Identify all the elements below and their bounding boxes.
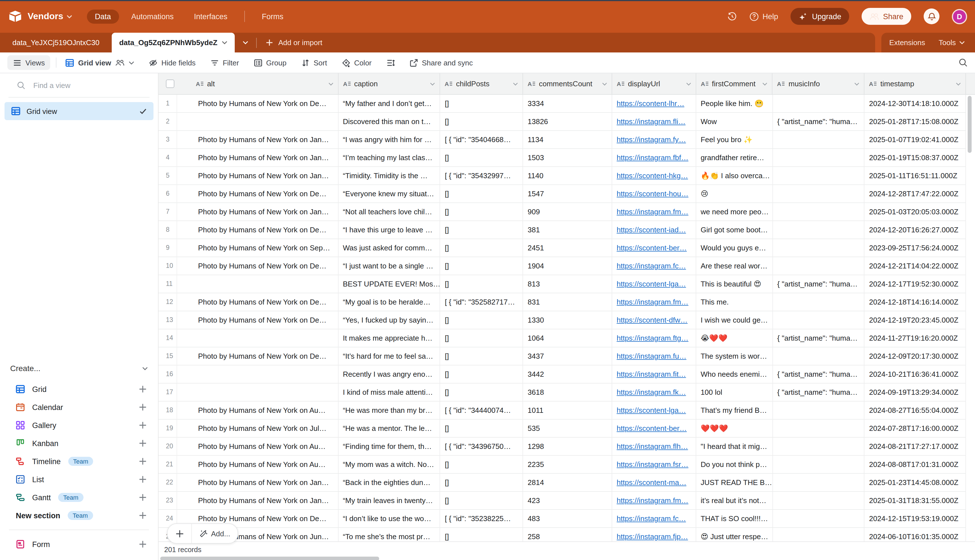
chevron-down-icon[interactable]	[328, 82, 333, 85]
cell-musicinfo[interactable]	[773, 131, 865, 149]
cell-childposts[interactable]: []	[441, 365, 523, 383]
cell-caption[interactable]: “Yes, I fucked up by sayin…	[338, 311, 440, 329]
tab-data-yejx[interactable]: data_YeJXCj519OJntxC30	[0, 33, 112, 52]
cell-alt[interactable]: Photo by Humans of New York on Au…	[177, 402, 338, 420]
cell-commentscount[interactable]: 13826	[523, 113, 612, 131]
cell-musicinfo[interactable]	[773, 257, 865, 275]
cell-commentscount[interactable]: 909	[523, 203, 612, 221]
cell-commentscount[interactable]: 3437	[523, 347, 612, 365]
cell-childposts[interactable]: []	[441, 456, 523, 474]
cell-commentscount[interactable]: 535	[523, 420, 612, 438]
row-number[interactable]: 9	[159, 239, 177, 257]
cell-displayurl[interactable]: https://instagram.fu…	[612, 347, 696, 365]
tab-data-og5z[interactable]: data_Og5Zq6ZPNhWb5ydeZ	[112, 33, 235, 52]
cell-commentscount[interactable]: 381	[523, 221, 612, 239]
create-item-grid[interactable]: Grid	[5, 380, 154, 398]
cell-displayurl[interactable]: https://instagram.ftg…	[612, 329, 696, 347]
display-url-link[interactable]: https://scontent-ma…	[617, 478, 686, 487]
cell-childposts[interactable]: []	[441, 257, 523, 275]
cell-musicinfo[interactable]	[773, 510, 865, 528]
plus-icon[interactable]	[139, 475, 147, 483]
cell-firstcomment[interactable]: Who needs enemi…	[696, 365, 773, 383]
column-header-firstcomment[interactable]: A firstComment	[696, 73, 773, 94]
cell-musicinfo[interactable]	[773, 185, 865, 203]
filter-button[interactable]: Filter	[210, 58, 239, 67]
row-height-icon[interactable]	[386, 58, 395, 67]
cell-caption[interactable]: “It’s hard for me to feel sa…	[338, 347, 440, 365]
row-number[interactable]: 23	[159, 492, 177, 510]
cell-childposts[interactable]: []	[441, 185, 523, 203]
row-number[interactable]: 7	[159, 203, 177, 221]
cell-firstcomment[interactable]: Girl got some boot…	[696, 221, 773, 239]
chevron-down-icon[interactable]	[67, 14, 72, 18]
display-url-link[interactable]: https://scontent-hkg…	[617, 172, 688, 180]
cell-firstcomment[interactable]: grandfather retire…	[696, 149, 773, 167]
display-url-link[interactable]: https://instagram.fk…	[617, 388, 686, 397]
create-item-gallery[interactable]: Gallery	[5, 416, 154, 434]
cell-musicinfo[interactable]	[773, 239, 865, 257]
create-item-form[interactable]: Form	[5, 535, 154, 553]
cell-caption[interactable]: I kind of miss male attenti…	[338, 383, 440, 402]
display-url-link[interactable]: https://scontent-hou…	[617, 190, 688, 198]
cell-musicinfo[interactable]	[773, 528, 865, 542]
display-url-link[interactable]: https://instagram.fm…	[617, 208, 688, 216]
cell-alt[interactable]	[177, 275, 338, 293]
cell-displayurl[interactable]: https://scontent-lhr…	[612, 95, 696, 113]
row-number[interactable]: 22	[159, 474, 177, 492]
cell-childposts[interactable]: []	[441, 95, 523, 113]
display-url-link[interactable]: https://instagram.fc…	[617, 514, 686, 523]
cell-commentscount[interactable]: 1140	[523, 167, 612, 185]
cell-timestamp[interactable]: 2025-01-31T18:31:55.000Z	[865, 492, 966, 510]
cell-childposts[interactable]: [ { "id": "35432997…	[441, 167, 523, 185]
cell-musicinfo[interactable]	[773, 420, 865, 438]
plus-icon[interactable]	[139, 385, 147, 393]
cell-musicinfo[interactable]	[773, 402, 865, 420]
cell-firstcomment[interactable]: JUST READ THE B…	[696, 474, 773, 492]
cell-firstcomment[interactable]: Do you not think p…	[696, 456, 773, 474]
cell-firstcomment[interactable]: we need more peo…	[696, 203, 773, 221]
cell-firstcomment[interactable]: "I heard that it mig…	[696, 438, 773, 456]
cell-caption[interactable]: “He was a mentor. The le…	[338, 420, 440, 438]
cell-timestamp[interactable]: 2024-12-28T17:47:22.000Z	[865, 185, 966, 203]
plus-icon[interactable]	[139, 457, 147, 465]
cell-musicinfo[interactable]: { "artist_name": "huma…	[773, 383, 865, 402]
cell-childposts[interactable]: []	[441, 474, 523, 492]
cell-caption[interactable]: “Not all teachers love chil…	[338, 203, 440, 221]
cell-displayurl[interactable]: https://instagram.fk…	[612, 383, 696, 402]
cell-displayurl[interactable]: https://scontent-ber…	[612, 239, 696, 257]
cell-childposts[interactable]: []	[441, 149, 523, 167]
cell-timestamp[interactable]: 2024-12-20T16:26:27.000Z	[865, 221, 966, 239]
cell-firstcomment[interactable]: Feel you bro ✨	[696, 131, 773, 149]
cell-firstcomment[interactable]: 😍 Just utter respe…	[696, 528, 773, 542]
row-number[interactable]: 1	[159, 95, 177, 113]
cell-firstcomment[interactable]: This me.	[696, 293, 773, 311]
column-header-alt[interactable]: A alt	[177, 73, 338, 94]
display-url-link[interactable]: https://scontent-ber…	[617, 424, 687, 433]
cell-alt[interactable]: Photo by Humans of New York on Jan…	[177, 167, 338, 185]
display-url-link[interactable]: https://instagram.ftg…	[617, 334, 688, 342]
cell-firstcomment[interactable]: I wish we could ge…	[696, 311, 773, 329]
cell-childposts[interactable]: []	[441, 420, 523, 438]
cell-childposts[interactable]: []	[441, 113, 523, 131]
cell-childposts[interactable]: []	[441, 221, 523, 239]
cell-commentscount[interactable]: 1547	[523, 185, 612, 203]
horizontal-scrollbar[interactable]	[160, 557, 379, 560]
cell-timestamp[interactable]: 2024-06-10T16:01:35.000Z	[865, 528, 966, 542]
column-header-caption[interactable]: A caption	[338, 73, 440, 94]
cell-timestamp[interactable]: 2024-12-19T20:23:45.000Z	[865, 311, 966, 329]
create-item-list[interactable]: List	[5, 470, 154, 488]
cell-displayurl[interactable]: https://instagram.fy…	[612, 131, 696, 149]
share-and-sync-button[interactable]: Share and sync	[409, 58, 473, 67]
cell-childposts[interactable]: []	[441, 347, 523, 365]
row-number[interactable]: 17	[159, 383, 177, 402]
cell-displayurl[interactable]: https://scontent-ber…	[612, 420, 696, 438]
cell-commentscount[interactable]: 258	[523, 528, 612, 542]
cell-commentscount[interactable]: 2451	[523, 239, 612, 257]
row-number[interactable]: 21	[159, 456, 177, 474]
cell-musicinfo[interactable]	[773, 347, 865, 365]
airtable-logo-icon[interactable]	[8, 10, 23, 23]
cell-alt[interactable]: Photo by Humans of New York on De…	[177, 257, 338, 275]
nav-tab-automations[interactable]: Automations	[123, 9, 181, 23]
cell-musicinfo[interactable]	[773, 95, 865, 113]
row-number[interactable]: 3	[159, 131, 177, 149]
